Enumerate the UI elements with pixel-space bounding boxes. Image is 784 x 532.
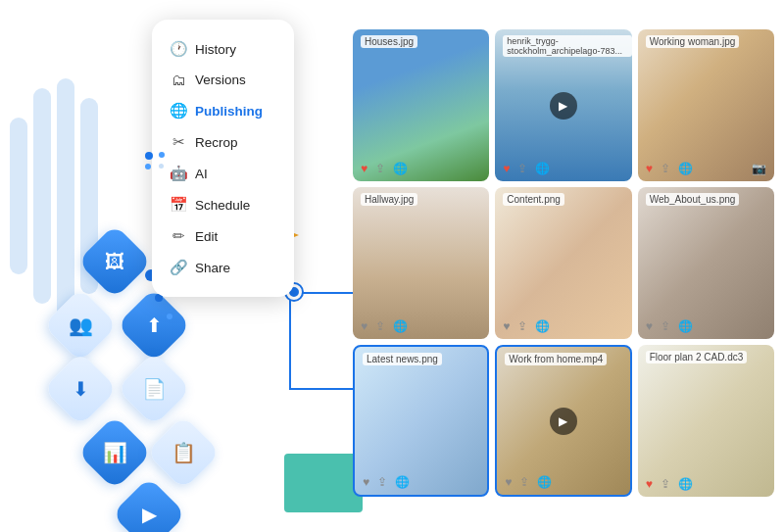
card-actions-floor-plan: ♥ ⇪ 🌐	[646, 477, 693, 491]
download-icon-diamond[interactable]: ⬇	[43, 352, 118, 426]
heart-icon-wfh[interactable]: ♥	[505, 475, 512, 489]
camera-icon-woman: 📷	[752, 162, 766, 175]
heart-icon-latest-news[interactable]: ♥	[363, 475, 369, 489]
presentation-icon-diamond[interactable]: 📊	[77, 415, 152, 490]
share-icon-web-about[interactable]: ⇪	[661, 319, 670, 333]
connect-line-vert2	[289, 292, 291, 390]
menu-item-schedule[interactable]: 📅 Schedule	[152, 189, 294, 220]
globe-icon-content[interactable]: 🌐	[535, 319, 550, 333]
play-button-henrik[interactable]: ▶	[550, 92, 577, 120]
publishing-icon: 🌐	[170, 102, 187, 120]
card-henrik[interactable]: henrik_trygg-stockholm_archipelago-783..…	[495, 29, 631, 181]
share-icon-hallway[interactable]: ⇪	[375, 319, 385, 333]
card-title-hallway: Hallway.jpg	[361, 193, 417, 206]
heart-icon-content[interactable]: ♥	[503, 319, 510, 333]
card-actions-woman: ♥ ⇪ 🌐	[646, 162, 693, 175]
menu-item-recrop[interactable]: ✂ Recrop	[152, 126, 294, 158]
upload-icon-diamond[interactable]: ⬆	[117, 288, 191, 363]
document-icon-diamond[interactable]: 📄	[117, 352, 191, 426]
card-actions-henrik: ♥ ⇪ 🌐	[503, 162, 550, 175]
connector-dot-3	[167, 314, 172, 319]
recrop-icon: ✂	[170, 133, 187, 151]
schedule-icon: 📅	[170, 196, 187, 214]
heart-icon-web-about[interactable]: ♥	[646, 319, 653, 333]
heart-icon-henrik[interactable]: ♥	[503, 162, 510, 175]
card-title-floor-plan: Floor plan 2 CAD.dc3	[646, 351, 748, 363]
card-work-from-home[interactable]: Work from home.mp4 ▶ ♥ ⇪ 🌐	[495, 345, 631, 497]
share-icon-woman[interactable]: ⇪	[661, 162, 670, 175]
heart-icon-woman[interactable]: ♥	[646, 162, 653, 175]
card-content[interactable]: Content.png ♥ ⇪ 🌐	[495, 187, 631, 339]
menu-item-share[interactable]: 🔗 Share	[152, 252, 294, 283]
card-actions-houses: ♥ ⇪ 🌐	[361, 162, 408, 175]
heart-icon-houses[interactable]: ♥	[361, 162, 368, 175]
card-title-content: Content.png	[503, 193, 564, 206]
card-latest-news[interactable]: Latest news.png ♥ ⇪ 🌐	[353, 345, 489, 497]
menu-item-ai[interactable]: 🤖 AI	[152, 158, 294, 189]
menu-item-edit[interactable]: ✏ Edit	[152, 220, 294, 252]
heart-icon-hallway[interactable]: ♥	[361, 319, 368, 333]
pdf-icon-diamond[interactable]: 📋	[146, 415, 220, 490]
card-title-latest-news: Latest news.png	[363, 353, 442, 365]
globe-icon-latest-news[interactable]: 🌐	[395, 475, 410, 489]
globe-icon-woman[interactable]: 🌐	[678, 162, 693, 175]
play-icon-diamond[interactable]: ▶	[112, 477, 186, 532]
share-icon: 🔗	[170, 259, 187, 276]
heart-icon-floor-plan[interactable]: ♥	[646, 477, 653, 491]
share-icon-houses[interactable]: ⇪	[375, 162, 385, 175]
card-actions-content: ♥ ⇪ 🌐	[503, 319, 550, 333]
share-icon-floor-plan[interactable]: ⇪	[661, 477, 670, 491]
card-web-about[interactable]: Web_About_us.png ♥ ⇪ 🌐	[638, 187, 774, 339]
card-hallway[interactable]: Hallway.jpg ♥ ⇪ 🌐	[353, 187, 489, 339]
globe-icon-houses[interactable]: 🌐	[393, 162, 408, 175]
card-title-work-from-home: Work from home.mp4	[505, 353, 607, 365]
history-icon: 🕐	[170, 40, 187, 58]
globe-icon-wfh[interactable]: 🌐	[537, 475, 552, 489]
globe-icon-web-about[interactable]: 🌐	[678, 319, 693, 333]
play-button-wfh[interactable]: ▶	[550, 408, 577, 435]
menu-item-versions[interactable]: 🗂 Versions	[152, 65, 294, 95]
globe-icon-floor-plan[interactable]: 🌐	[678, 477, 693, 491]
share-icon-henrik[interactable]: ⇪	[517, 162, 527, 175]
edit-icon: ✏	[170, 227, 187, 245]
card-houses[interactable]: Houses.jpg ♥ ⇪ 🌐	[353, 29, 489, 181]
context-menu: 🕐 History 🗂 Versions 🌐 Publishing ✂ Recr…	[152, 20, 294, 297]
card-working-woman[interactable]: Working woman.jpg 📷 ♥ ⇪ 🌐	[638, 29, 774, 181]
card-title-working-woman: Working woman.jpg	[646, 35, 740, 48]
menu-item-publishing[interactable]: 🌐 Publishing	[152, 95, 294, 126]
card-title-houses: Houses.jpg	[361, 35, 417, 48]
globe-icon-hallway[interactable]: 🌐	[393, 319, 408, 333]
card-actions-web-about: ♥ ⇪ 🌐	[646, 319, 693, 333]
share-icon-latest-news[interactable]: ⇪	[377, 475, 387, 489]
card-actions-wfh: ♥ ⇪ 🌐	[505, 475, 552, 489]
menu-item-history[interactable]: 🕐 History	[152, 33, 294, 65]
card-actions-hallway: ♥ ⇪ 🌐	[361, 319, 408, 333]
share-icon-wfh[interactable]: ⇪	[519, 475, 529, 489]
card-floor-plan[interactable]: Floor plan 2 CAD.dc3 ♥ ⇪ 🌐	[638, 345, 774, 497]
share-icon-content[interactable]: ⇪	[517, 319, 527, 333]
card-actions-latest-news: ♥ ⇪ 🌐	[363, 475, 410, 489]
versions-icon: 🗂	[170, 72, 187, 88]
ai-icon: 🤖	[170, 165, 187, 182]
card-title-henrik: henrik_trygg-stockholm_archipelago-783..…	[503, 35, 631, 57]
teal-accent	[284, 454, 363, 512]
globe-icon-henrik[interactable]: 🌐	[535, 162, 550, 175]
card-title-web-about: Web_About_us.png	[646, 193, 740, 206]
image-grid: Houses.jpg ♥ ⇪ 🌐 henrik_trygg-stockholm_…	[353, 29, 774, 497]
